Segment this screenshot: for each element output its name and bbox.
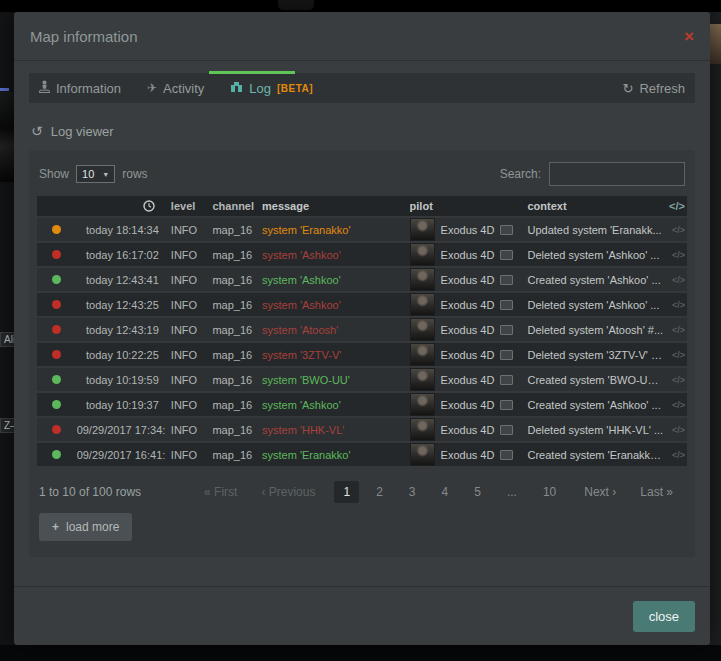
- table-header-row: level channel message pilot context </>: [37, 196, 687, 218]
- log-context: Created system 'BWO-UU'...: [527, 374, 665, 386]
- pilot-avatar: [410, 368, 435, 391]
- status-dot: [52, 250, 61, 259]
- log-channel: map_16: [212, 374, 262, 386]
- table-row[interactable]: today 12:43:41 INFO map_16 system 'Ashko…: [37, 268, 687, 293]
- pilot-card-icon: [500, 350, 513, 360]
- table-row[interactable]: today 16:17:02 INFO map_16 system 'Ashko…: [37, 243, 687, 268]
- log-level: INFO: [165, 324, 213, 336]
- tab-activity[interactable]: ✈ Activity: [147, 81, 204, 96]
- pagination-last[interactable]: Last »: [631, 481, 682, 503]
- log-time: today 18:14:34: [77, 224, 165, 236]
- log-message: system 'Atoosh': [262, 324, 410, 336]
- channel-column-header[interactable]: channel: [212, 200, 262, 212]
- pagination-ellipsis: ...: [498, 481, 526, 503]
- pagination-page-2[interactable]: 2: [367, 481, 392, 503]
- pilot-card-icon: [500, 375, 513, 385]
- pilot-card-icon: [500, 275, 513, 285]
- log-viewer-heading: ↺ Log viewer: [31, 123, 693, 139]
- pilot-name: Exodus 4D: [441, 424, 495, 436]
- log-context: Deleted system 'Ashkoo' ...: [527, 299, 665, 311]
- page-size-select[interactable]: 10 ▼: [76, 165, 115, 183]
- code-icon[interactable]: </>: [665, 375, 687, 385]
- pagination-first[interactable]: « First: [195, 481, 246, 503]
- pagination-page-1[interactable]: 1: [334, 481, 359, 503]
- table-row[interactable]: today 12:43:19 INFO map_16 system 'Atoos…: [37, 318, 687, 343]
- tab-bar: Information ✈ Activity Log [BETA] ↻ Refr…: [29, 73, 695, 103]
- status-dot: [52, 300, 61, 309]
- pilot-card-icon: [500, 250, 513, 260]
- status-dot: [52, 425, 61, 434]
- tab-information[interactable]: Information: [39, 80, 121, 96]
- log-level: INFO: [165, 424, 213, 436]
- time-column-header[interactable]: [77, 200, 165, 212]
- code-icon[interactable]: </>: [665, 450, 687, 460]
- table-row[interactable]: today 10:19:37 INFO map_16 system 'Ashko…: [37, 393, 687, 418]
- load-more-button[interactable]: + load more: [39, 513, 132, 541]
- pagination-page-3[interactable]: 3: [400, 481, 425, 503]
- pilot-name: Exodus 4D: [441, 399, 495, 411]
- code-icon[interactable]: </>: [665, 275, 687, 285]
- pilot-card-icon: [500, 450, 513, 460]
- log-time: today 16:17:02: [77, 249, 165, 261]
- plus-icon: +: [52, 520, 59, 534]
- code-icon[interactable]: </>: [665, 425, 687, 435]
- code-icon[interactable]: </>: [665, 250, 687, 260]
- pilot-name: Exodus 4D: [441, 449, 495, 461]
- status-dot: [52, 450, 61, 459]
- background-image-fragment: [0, 92, 14, 182]
- pilot-avatar: [410, 443, 435, 466]
- log-context: Deleted system '3ZTV-V' #...: [527, 349, 665, 361]
- log-time: today 12:43:41: [77, 274, 165, 286]
- code-icon[interactable]: </>: [665, 300, 687, 310]
- pagination-page-4[interactable]: 4: [433, 481, 458, 503]
- pagination-next[interactable]: Next ›: [575, 481, 625, 503]
- tab-log[interactable]: Log [BETA]: [230, 81, 313, 96]
- message-column-header[interactable]: message: [262, 200, 410, 212]
- close-button[interactable]: close: [633, 601, 695, 632]
- table-row[interactable]: 09/29/2017 17:34:25 INFO map_16 system '…: [37, 418, 687, 443]
- code-icon[interactable]: </>: [665, 225, 687, 235]
- pagination-previous[interactable]: ‹ Previous: [252, 481, 324, 503]
- dialog-body: Information ✈ Activity Log [BETA] ↻ Refr…: [14, 61, 710, 586]
- pagination-page-5[interactable]: 5: [465, 481, 490, 503]
- pilot-name: Exodus 4D: [441, 349, 495, 361]
- pilot-card-icon: [500, 300, 513, 310]
- pilot-name: Exodus 4D: [441, 249, 495, 261]
- log-context: Created system 'Ashkoo' ...: [527, 274, 665, 286]
- table-row[interactable]: 09/29/2017 16:41:17 INFO map_16 system '…: [37, 443, 687, 468]
- load-more-label: load more: [66, 520, 119, 534]
- code-icon[interactable]: </>: [665, 350, 687, 360]
- search-label: Search:: [500, 167, 541, 181]
- context-column-header[interactable]: context: [527, 200, 665, 212]
- pagination-info: 1 to 10 of 100 rows: [39, 485, 141, 499]
- log-message: system 'Ashkoo': [262, 399, 410, 411]
- log-context: Created system 'Ashkoo' ...: [527, 399, 665, 411]
- pagination: 1 to 10 of 100 rows « First ‹ Previous 1…: [39, 481, 685, 503]
- log-context: Deleted system 'Ashkoo' ...: [527, 249, 665, 261]
- log-level: INFO: [165, 299, 213, 311]
- map-information-dialog: Map information × Information ✈ Activity…: [14, 12, 710, 645]
- table-row[interactable]: today 10:19:59 INFO map_16 system 'BWO-U…: [37, 368, 687, 393]
- table-row[interactable]: today 12:43:25 INFO map_16 system 'Ashko…: [37, 293, 687, 318]
- log-channel: map_16: [212, 249, 262, 261]
- status-dot: [52, 375, 61, 384]
- status-dot: [52, 225, 61, 234]
- street-view-icon: [39, 80, 50, 96]
- code-icon[interactable]: </>: [665, 325, 687, 335]
- pilot-column-header[interactable]: pilot: [410, 200, 528, 212]
- pilot-name: Exodus 4D: [441, 224, 495, 236]
- pagination-page-10[interactable]: 10: [534, 481, 565, 503]
- refresh-button[interactable]: ↻ Refresh: [623, 81, 685, 96]
- log-channel: map_16: [212, 324, 262, 336]
- code-icon[interactable]: </>: [665, 400, 687, 410]
- search-input[interactable]: [549, 162, 685, 186]
- table-row[interactable]: today 10:22:25 INFO map_16 system '3ZTV-…: [37, 343, 687, 368]
- refresh-icon: ↻: [623, 81, 634, 96]
- pilot-name: Exodus 4D: [441, 299, 495, 311]
- level-column-header[interactable]: level: [165, 200, 213, 212]
- close-icon[interactable]: ×: [684, 28, 694, 45]
- log-level: INFO: [165, 274, 213, 286]
- log-channel: map_16: [212, 399, 262, 411]
- table-row[interactable]: today 18:14:34 INFO map_16 system 'Erana…: [37, 218, 687, 243]
- pilot-avatar: [410, 343, 435, 366]
